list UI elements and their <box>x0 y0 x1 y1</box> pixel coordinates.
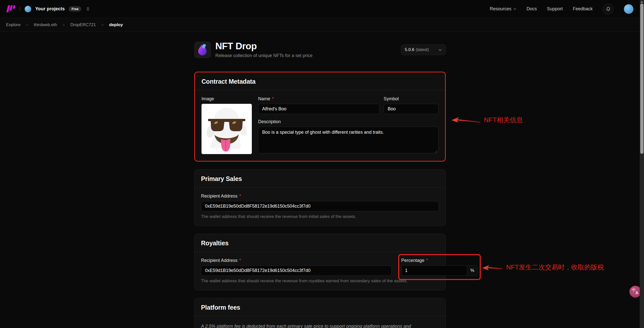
primary-sales-card: Primary Sales Recipient Address * The wa… <box>194 169 446 226</box>
nav-separator: / <box>19 6 21 12</box>
page-title: NFT Drop <box>215 41 312 51</box>
translate-icon: 中 <box>632 288 636 292</box>
page-subtitle: Release collection of unique NFTs for a … <box>215 53 312 58</box>
translate-floating-button[interactable]: 中 A <box>629 286 641 298</box>
breadcrumb-contract[interactable]: DropERC721 <box>70 22 96 27</box>
chevron-down-icon <box>513 7 516 11</box>
description-label: Description <box>258 119 281 124</box>
section-title: Contract Metadata <box>202 78 438 85</box>
annotation-text: NFT相关信息 <box>484 116 523 124</box>
breadcrumb: Explore > thirdweb.eth > DropERC721 > de… <box>0 18 644 32</box>
annotation-metadata: NFT相关信息 <box>451 116 523 124</box>
thirdweb-logo-icon[interactable] <box>6 5 15 13</box>
nav-docs[interactable]: Docs <box>527 6 537 12</box>
annotation-arrow-icon <box>482 263 503 271</box>
nav-resources[interactable]: Resources <box>490 6 516 12</box>
top-navbar: / Your projects Free Resources Docs Supp… <box>0 0 644 18</box>
section-title: Royalties <box>201 240 439 247</box>
required-marker: * <box>239 258 241 263</box>
percentage-label: Percentage <box>401 258 424 263</box>
royalty-recipient-input[interactable] <box>201 265 392 276</box>
annotation-text: NFT发生二次交易时，收取的版税 <box>506 263 604 272</box>
nav-resources-label: Resources <box>490 6 511 12</box>
nav-feedback[interactable]: Feedback <box>573 6 593 12</box>
required-marker: * <box>272 96 274 102</box>
royalties-card: Royalties Recipient Address * Percentage… <box>194 234 446 290</box>
primary-recipient-input[interactable] <box>201 201 439 211</box>
contract-image-upload[interactable] <box>202 104 252 154</box>
helper-text: The wallet address that should receive t… <box>201 214 439 219</box>
breadcrumb-separator: > <box>101 23 104 27</box>
percent-suffix: % <box>467 266 477 275</box>
breadcrumb-separator: > <box>63 23 65 27</box>
ghost-image <box>202 104 252 154</box>
breadcrumb-current: deploy <box>109 22 123 27</box>
description-textarea[interactable]: Boo is a special type of ghost with diff… <box>258 127 438 153</box>
breadcrumb-separator: > <box>26 23 28 27</box>
team-name[interactable]: Your projects <box>35 6 65 12</box>
scrollbar-thumb[interactable] <box>640 4 643 154</box>
image-label: Image <box>202 96 214 102</box>
name-label: Name <box>258 96 270 102</box>
required-marker: * <box>426 258 428 263</box>
annotation-arrow-icon <box>451 116 481 124</box>
team-switcher-icon[interactable] <box>86 7 90 11</box>
nft-drop-icon <box>194 41 211 58</box>
bell-icon <box>606 7 611 12</box>
recipient-label: Recipient Address <box>201 258 237 263</box>
helper-text: The wallet address that should receive t… <box>201 278 439 284</box>
percentage-input[interactable] <box>401 266 467 275</box>
plan-badge[interactable]: Free <box>69 6 81 12</box>
required-marker: * <box>239 194 241 199</box>
breadcrumb-publisher[interactable]: thirdweb.eth <box>34 22 57 27</box>
translate-icon: A <box>635 291 638 295</box>
user-avatar[interactable] <box>624 4 633 14</box>
annotation-royalty: NFT发生二次交易时，收取的版税 <box>482 263 604 272</box>
symbol-input[interactable] <box>384 104 438 114</box>
chevron-down-icon <box>438 48 442 52</box>
version-value: 5.0.6 <box>405 47 414 52</box>
page-header: NFT Drop Release collection of unique NF… <box>194 41 446 58</box>
recipient-label: Recipient Address <box>201 194 237 199</box>
main-content: NFT Drop Release collection of unique NF… <box>194 32 446 328</box>
scroll-up-icon[interactable] <box>640 1 643 3</box>
nav-support[interactable]: Support <box>547 6 563 12</box>
team-avatar[interactable] <box>25 6 31 12</box>
notifications-button[interactable] <box>603 4 614 15</box>
platform-fees-card: Platform fees A 2.5% platform fee is ded… <box>194 298 446 328</box>
symbol-label: Symbol <box>384 96 399 102</box>
platform-fee-text: A 2.5% platform fee is deducted from eac… <box>201 324 411 328</box>
breadcrumb-explore[interactable]: Explore <box>6 22 21 27</box>
name-input[interactable] <box>258 104 380 114</box>
scrollbar-track[interactable] <box>640 0 644 328</box>
contract-metadata-card: Contract Metadata Image <box>194 72 446 162</box>
version-dropdown[interactable]: 5.0.6 (latest) <box>401 44 446 55</box>
version-suffix: (latest) <box>416 47 429 52</box>
section-title: Primary Sales <box>201 175 439 182</box>
section-title: Platform fees <box>201 304 439 311</box>
